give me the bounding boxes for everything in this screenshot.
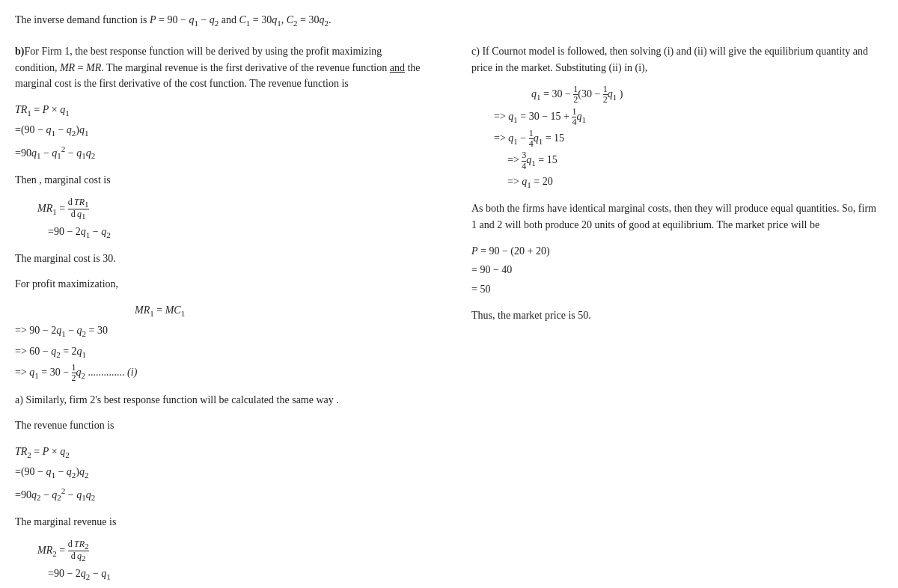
b-intro-text: b)For Firm 1, the best response function… — [15, 43, 427, 92]
tr1-line3: =90q1 − q12 − q1q2 — [15, 142, 427, 163]
sub-step5: => q1 = 20 — [507, 173, 883, 192]
a-similarly-text: a) Similarly, firm 2's best response fun… — [15, 392, 427, 408]
tr1-line1: TR1 = P × q1 — [15, 101, 427, 120]
price-calc3: = 50 — [471, 281, 883, 298]
price-calc1: P = 90 − (20 + 20) — [471, 242, 883, 260]
mc-30-text: The marginal cost is 30. — [15, 251, 427, 267]
sub-step4: => 34q1 = 15 — [507, 150, 883, 171]
tr1-block: TR1 = P × q1 =(90 − q1 − q2)q1 =90q1 − q… — [15, 101, 427, 163]
mr2-frac-line: MR2 = d TR2d q2 — [37, 539, 427, 563]
tr1-line2: =(90 − q1 − q2)q1 — [15, 121, 427, 140]
tr2-line2: =(90 − q1 − q2)q2 — [15, 463, 427, 482]
sub-step2: => q1 = 30 − 15 + 14q1 — [494, 107, 883, 127]
mr1-expanded: =90 − 2q1 − q2 — [37, 223, 427, 242]
for-profit-text: For profit maximization, — [15, 276, 427, 293]
sub-step1: q1 = 30 − 12(30 − 12q1 ) — [531, 85, 883, 105]
left-column: b)For Firm 1, the best response function… — [15, 34, 434, 588]
market-price-text: Thus, the market price is 50. — [471, 307, 883, 324]
right-column: c) If Cournot model is followed, then so… — [464, 34, 883, 588]
rev-func-is-text: The revenue function is — [15, 417, 427, 434]
sub-step3: => q1 − 14q1 = 15 — [494, 129, 883, 149]
eq1-line: => 90 − 2q1 − q2 = 30 — [15, 322, 427, 340]
mr1-frac-line: MR1 = d TR1d q1 — [37, 197, 427, 221]
inverse-demand-text: The inverse demand function is P = 90 − … — [15, 12, 883, 30]
price-block: P = 90 − (20 + 20) = 90 − 40 = 50 — [471, 242, 883, 298]
substitution-block: q1 = 30 − 12(30 − 12q1 ) => q1 = 30 − 15… — [471, 85, 883, 192]
mr2-block: MR2 = d TR2d q2 =90 − 2q2 − q1 — [37, 539, 427, 584]
price-calc2: = 90 − 40 — [471, 261, 883, 279]
mr-is-text: The marginal revenue is — [15, 514, 427, 530]
right-intro-text: c) If Cournot model is followed, then so… — [471, 43, 883, 76]
then-mc-text: Then , marginal cost is — [15, 172, 427, 189]
mr1-block: MR1 = d TR1d q1 =90 − 2q1 − q2 — [37, 197, 427, 242]
tr2-block: TR2 = P × q2 =(90 − q1 − q2)q2 =90q2 − q… — [15, 443, 427, 505]
identical-mc-text: As both the firms have identical margina… — [471, 200, 883, 233]
mr2-expanded: =90 − 2q2 − q1 — [37, 565, 427, 584]
mr1-mc1-eq: MR1 = MC1 — [135, 301, 427, 320]
main-content: b)For Firm 1, the best response function… — [15, 34, 883, 588]
eq3-line: => q1 = 30 − 12q2 .............. (i) — [15, 363, 427, 383]
tr2-line1: TR2 = P × q2 — [15, 443, 427, 462]
profit-max-block: MR1 = MC1 => 90 − 2q1 − q2 = 30 => 60 − … — [15, 301, 427, 384]
eq2-line: => 60 − q2 = 2q1 — [15, 343, 427, 361]
top-line: The inverse demand function is P = 90 − … — [15, 12, 883, 30]
tr2-line3: =90q2 − q22 − q1q2 — [15, 484, 427, 505]
